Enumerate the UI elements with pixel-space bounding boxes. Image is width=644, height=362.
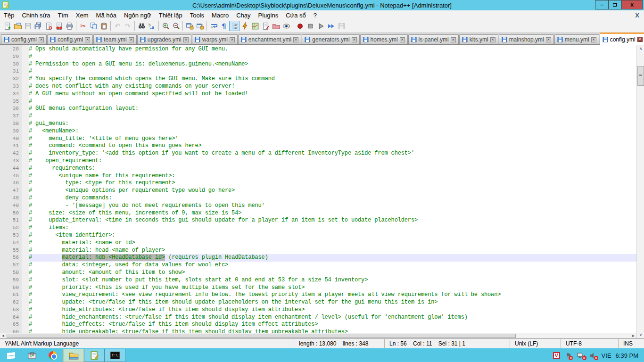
code-line-46[interactable]: # type: <type for this requirement> bbox=[29, 180, 636, 187]
scroll-right-arrow-icon[interactable]: ► bbox=[630, 333, 636, 338]
code-line-45[interactable]: # <unique name for this requirement>: bbox=[29, 173, 636, 180]
minimize-button[interactable]: – bbox=[595, 0, 609, 9]
code-line-40[interactable]: # menu_title: '<title of menu goes here>… bbox=[29, 135, 636, 143]
editor[interactable]: 2829303132333435363738394041424344454647… bbox=[0, 45, 644, 338]
tab-close-icon[interactable]: × bbox=[546, 37, 551, 42]
toolbar-function-list[interactable] bbox=[239, 21, 250, 31]
tray-volume[interactable]: × bbox=[589, 352, 597, 360]
taskbar-chrome[interactable] bbox=[42, 349, 63, 362]
code-line-65[interactable]: # hide_effects: <true/false if this item… bbox=[29, 321, 636, 329]
toolbar-close[interactable] bbox=[43, 21, 54, 31]
tab-close-icon[interactable]: × bbox=[451, 37, 456, 42]
menu-item-5[interactable]: Ngôn ngữ bbox=[120, 11, 155, 19]
tab-close-icon[interactable]: × bbox=[591, 37, 596, 42]
tab-close-icon[interactable]: × bbox=[400, 37, 405, 42]
scroll-left-arrow-icon[interactable]: ◄ bbox=[0, 333, 6, 338]
toolbar-macro-save[interactable] bbox=[336, 21, 347, 31]
code-line-63[interactable]: # hide_attributes: <true/false if this i… bbox=[29, 306, 636, 314]
tray-language-indicator[interactable]: VIE bbox=[602, 352, 611, 359]
tab-4-warps.yml[interactable]: warps.yml× bbox=[192, 34, 238, 44]
toolbar-print[interactable] bbox=[64, 21, 74, 31]
tab-7-homes.yml[interactable]: homes.yml× bbox=[360, 34, 408, 44]
taskbar-server-manager[interactable] bbox=[22, 349, 42, 362]
menu-item-2[interactable]: Tìm bbox=[54, 11, 72, 19]
code-line-33[interactable]: # does not conflict with any existing co… bbox=[29, 83, 636, 90]
menu-item-3[interactable]: Xem bbox=[72, 11, 92, 19]
menu-item-11[interactable]: Cửa sổ bbox=[282, 11, 310, 19]
horizontal-scroll-thumb[interactable] bbox=[7, 334, 516, 338]
menu-item-7[interactable]: Tools bbox=[186, 11, 208, 19]
tab-10-mainshop.yml[interactable]: mainshop.yml× bbox=[499, 34, 554, 44]
tab-3-upgrades.yml[interactable]: upgrades.yml× bbox=[137, 34, 191, 44]
toolbar-macro-stop[interactable] bbox=[305, 21, 315, 31]
code-line-32[interactable]: # You specify the command which opens th… bbox=[29, 75, 636, 83]
tray-network[interactable]: × bbox=[577, 352, 585, 360]
toolbar-save[interactable] bbox=[23, 21, 33, 31]
tab-8-is-panel.yml[interactable]: is-panel.yml× bbox=[408, 34, 459, 44]
toolbar-close-all[interactable] bbox=[54, 21, 64, 31]
toolbar-document-map[interactable] bbox=[250, 21, 260, 31]
tab-6-generators.yml[interactable]: generators.yml× bbox=[302, 34, 359, 44]
toolbar-macro-play[interactable] bbox=[315, 21, 326, 31]
menu-item-10[interactable]: Plugins bbox=[255, 11, 282, 19]
tab-12-config.yml[interactable]: config.yml× bbox=[600, 33, 644, 45]
code-line-56[interactable]: # material: hdb-<HeadDatabase id> (requi… bbox=[29, 254, 636, 262]
toolbar-monitoring[interactable] bbox=[281, 21, 291, 31]
vertical-scroll-thumb[interactable] bbox=[637, 66, 644, 86]
menu-item-9[interactable]: Chạy bbox=[232, 11, 254, 19]
taskbar-cmd[interactable]: C:\. bbox=[105, 349, 125, 362]
tab-0-config.yml[interactable]: config.yml× bbox=[1, 34, 47, 44]
toolbar-cut[interactable]: ✂ bbox=[78, 21, 88, 31]
code-line-60[interactable]: # priority: <this is used if you have mu… bbox=[29, 284, 636, 292]
code-line-48[interactable]: # deny_commands: bbox=[29, 195, 636, 202]
tray-clock[interactable]: 6:39 PM bbox=[616, 352, 638, 359]
code-line-62[interactable]: # update: <true/false if this item shoul… bbox=[29, 299, 636, 306]
toolbar-folder-workspace[interactable] bbox=[271, 21, 281, 31]
toolbar-new-file[interactable] bbox=[2, 21, 12, 31]
code-line-66[interactable]: # hide_unbreakable: <true/false if this … bbox=[29, 329, 636, 333]
code-line-44[interactable]: # requirements: bbox=[29, 165, 636, 173]
code-line-39[interactable]: # <menuName>: bbox=[29, 128, 636, 135]
code-line-37[interactable]: # bbox=[29, 113, 636, 120]
scroll-down-arrow-icon[interactable]: ∨ bbox=[637, 331, 644, 338]
tab-2-team.yml[interactable]: team.yml× bbox=[93, 34, 137, 44]
menu-item-1[interactable]: Chỉnh sửa bbox=[18, 11, 54, 19]
code-line-50[interactable]: # size: <size of this menu, increments o… bbox=[29, 210, 636, 217]
toolbar-copy[interactable] bbox=[88, 21, 99, 31]
restore-button[interactable] bbox=[608, 0, 622, 9]
code-line-38[interactable]: # gui_menus: bbox=[29, 120, 636, 128]
code-line-58[interactable]: # amount: <amount of this item to show> bbox=[29, 269, 636, 277]
code-line-30[interactable]: # Permission to open a GUI menu is: delu… bbox=[29, 61, 636, 68]
tray-v-tool[interactable]: V bbox=[553, 352, 561, 360]
code-line-41[interactable]: # command: <command to open this menu go… bbox=[29, 142, 636, 150]
taskbar-notepadpp[interactable] bbox=[84, 349, 105, 362]
code-line-61[interactable]: # view_requirement: <see view requiremen… bbox=[29, 291, 636, 299]
tab-1-config.yml[interactable]: config.yml× bbox=[47, 34, 93, 44]
tab-11-menu.yml[interactable]: menu.yml× bbox=[554, 34, 599, 44]
code-line-64[interactable]: # hide_enchantments: <true/false if this… bbox=[29, 314, 636, 321]
tab-close-icon[interactable]: × bbox=[352, 37, 357, 42]
tab-close-icon[interactable]: × bbox=[129, 37, 134, 42]
code-line-31[interactable]: # bbox=[29, 68, 636, 75]
toolbar-redo[interactable]: ↷ bbox=[123, 21, 133, 31]
code-line-52[interactable]: # items: bbox=[29, 224, 636, 232]
toolbar-sync-vertical[interactable] bbox=[184, 21, 195, 31]
toolbar-macro-record[interactable] bbox=[295, 21, 305, 31]
tab-close-icon[interactable]: × bbox=[39, 37, 44, 42]
code-line-29[interactable]: # bbox=[29, 53, 636, 61]
code-line-59[interactable]: # slot: <slot number to put this item, s… bbox=[29, 277, 636, 284]
toolbar-paste[interactable] bbox=[99, 21, 109, 31]
menu-item-12[interactable]: ? bbox=[310, 11, 321, 19]
horizontal-scrollbar[interactable]: ◄ ► bbox=[0, 333, 636, 338]
toolbar-find[interactable] bbox=[136, 21, 147, 31]
toolbar-replace[interactable]: ba bbox=[147, 21, 157, 31]
scroll-up-arrow-icon[interactable]: ∧ bbox=[637, 45, 644, 52]
code-area[interactable]: 2829303132333435363738394041424344454647… bbox=[0, 45, 636, 333]
toolbar-macro-run-multiple[interactable] bbox=[326, 21, 336, 31]
menu-item-4[interactable]: Mã hóa bbox=[92, 11, 120, 19]
code-line-35[interactable]: # bbox=[29, 98, 636, 106]
toolbar-save-all[interactable] bbox=[33, 21, 43, 31]
toolbar-sync-horizontal[interactable] bbox=[195, 21, 205, 31]
tray-action-center[interactable]: ⚑× bbox=[565, 352, 573, 360]
toolbar-zoom-in[interactable] bbox=[160, 21, 171, 31]
